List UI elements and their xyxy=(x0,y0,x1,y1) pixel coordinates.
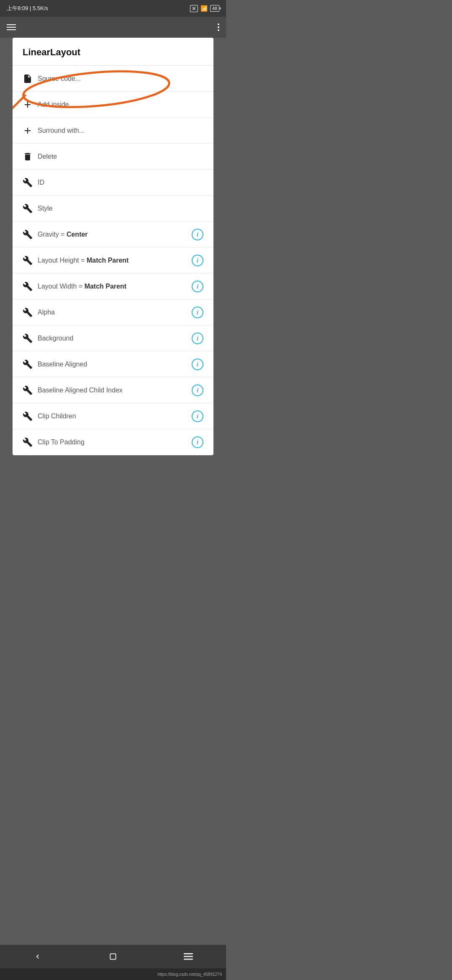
menu-item-id[interactable]: ID xyxy=(13,170,213,196)
plus-icon-add-inside xyxy=(23,100,38,110)
modal-card: LinearLayout Source code...Add inside...… xyxy=(13,38,213,455)
menu-item-label-delete: Delete xyxy=(38,153,203,160)
menu-item-background[interactable]: Backgroundi xyxy=(13,325,213,351)
menu-item-label-source-code: Source code... xyxy=(38,75,203,83)
menu-item-label-background: Background xyxy=(38,335,192,342)
status-icons: ✕ 📶 48 xyxy=(190,5,219,12)
info-icon-baseline-aligned-child-index[interactable]: i xyxy=(192,384,203,396)
top-bar xyxy=(0,17,226,38)
menu-item-add-inside[interactable]: Add inside... xyxy=(13,92,213,118)
info-icon-clip-children[interactable]: i xyxy=(192,410,203,422)
hamburger-menu-icon[interactable] xyxy=(7,24,16,30)
trash-icon-delete xyxy=(23,152,38,162)
overflow-menu-icon[interactable] xyxy=(218,23,219,31)
menu-item-gravity[interactable]: Gravity = Centeri xyxy=(13,222,213,248)
info-icon-background[interactable]: i xyxy=(192,333,203,344)
wrench-icon-clip-children xyxy=(23,411,38,421)
menu-item-baseline-aligned-child-index[interactable]: Baseline Aligned Child Indexi xyxy=(13,377,213,403)
battery-indicator: 48 xyxy=(210,5,219,12)
menu-item-label-baseline-aligned: Baseline Aligned xyxy=(38,361,192,368)
menu-item-label-baseline-aligned-child-index: Baseline Aligned Child Index xyxy=(38,387,192,394)
menu-item-label-id: ID xyxy=(38,179,203,186)
menu-item-clip-children[interactable]: Clip Childreni xyxy=(13,403,213,429)
status-bar: 上午8:09 | 5.5K/s ✕ 📶 48 xyxy=(0,0,226,17)
menu-item-label-alpha: Alpha xyxy=(38,309,192,316)
menu-item-surround-with[interactable]: Surround with... xyxy=(13,118,213,144)
menu-item-label-clip-to-padding: Clip To Padding xyxy=(38,438,192,446)
info-icon-gravity[interactable]: i xyxy=(192,229,203,240)
wrench-icon-baseline-aligned-child-index xyxy=(23,385,38,395)
wifi-icon: 📶 xyxy=(200,5,208,12)
info-icon-baseline-aligned[interactable]: i xyxy=(192,358,203,370)
wrench-icon-id xyxy=(23,178,38,188)
menu-item-style[interactable]: Style xyxy=(13,196,213,222)
menu-item-label-layout-height: Layout Height = Match Parent xyxy=(38,257,192,264)
menu-items-list: Source code...Add inside...Surround with… xyxy=(13,66,213,455)
plus-icon-surround-with xyxy=(23,126,38,136)
menu-item-label-style: Style xyxy=(38,205,203,212)
info-icon-layout-height[interactable]: i xyxy=(192,255,203,266)
wrench-icon-background xyxy=(23,333,38,343)
menu-item-delete[interactable]: Delete xyxy=(13,144,213,170)
signal-icon: ✕ xyxy=(190,5,198,12)
wrench-icon-baseline-aligned xyxy=(23,359,38,369)
menu-item-baseline-aligned[interactable]: Baseline Alignedi xyxy=(13,351,213,377)
wrench-icon-gravity xyxy=(23,230,38,240)
info-icon-clip-to-padding[interactable]: i xyxy=(192,436,203,448)
menu-item-source-code[interactable]: Source code... xyxy=(13,66,213,92)
wrench-icon-layout-height xyxy=(23,255,38,266)
wrench-icon-style xyxy=(23,204,38,214)
info-icon-alpha[interactable]: i xyxy=(192,307,203,318)
wrench-icon-clip-to-padding xyxy=(23,437,38,447)
menu-item-label-add-inside: Add inside... xyxy=(38,101,203,108)
menu-item-label-gravity: Gravity = Center xyxy=(38,231,192,238)
menu-item-label-clip-children: Clip Children xyxy=(38,413,192,420)
modal-title: LinearLayout xyxy=(13,38,213,66)
wrench-icon-alpha xyxy=(23,307,38,317)
menu-item-label-surround-with: Surround with... xyxy=(38,127,203,134)
menu-item-layout-width[interactable]: Layout Width = Match Parenti xyxy=(13,273,213,299)
menu-item-alpha[interactable]: Alphai xyxy=(13,299,213,325)
doc-icon-source-code xyxy=(23,74,38,84)
status-time: 上午8:09 | 5.5K/s xyxy=(7,5,48,12)
menu-item-layout-height[interactable]: Layout Height = Match Parenti xyxy=(13,248,213,273)
menu-item-label-layout-width: Layout Width = Match Parent xyxy=(38,283,192,290)
menu-item-clip-to-padding[interactable]: Clip To Paddingi xyxy=(13,429,213,455)
info-icon-layout-width[interactable]: i xyxy=(192,281,203,292)
wrench-icon-layout-width xyxy=(23,281,38,291)
